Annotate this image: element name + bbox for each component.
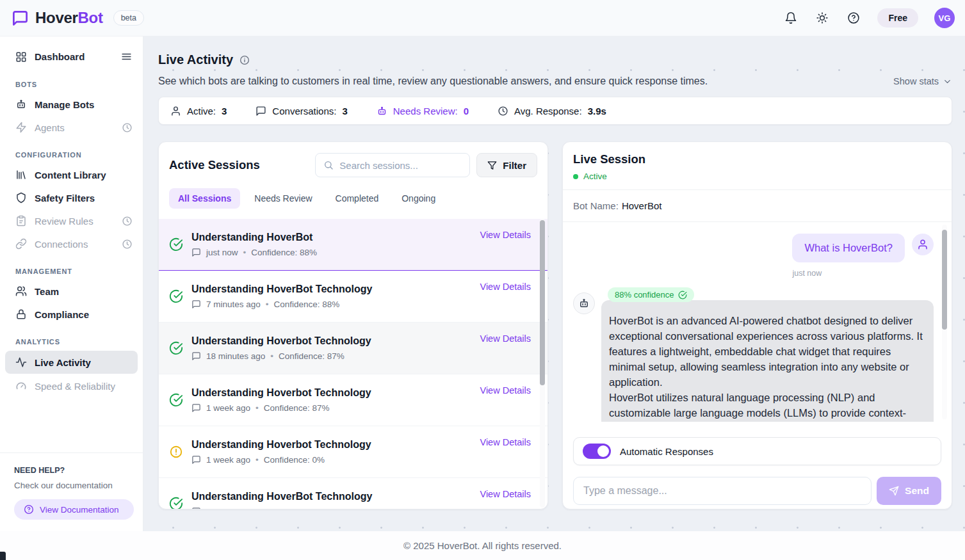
copyright-text: © 2025 HoverBot. All rights reserved. [403, 540, 562, 551]
sidebar-item-label: Content Library [35, 170, 106, 180]
send-button-label: Send [905, 485, 929, 497]
stat-value: 3.9s [588, 106, 606, 116]
main-content: Live Activity See which bots are talking… [143, 36, 965, 531]
zap-icon [15, 122, 27, 133]
meta-separator: • [270, 351, 273, 361]
chevron-down-icon [943, 77, 952, 86]
users-icon [15, 285, 27, 297]
session-time: 18 minutes ago [206, 351, 265, 361]
view-details-link[interactable]: View Details [480, 333, 531, 344]
bot-message-bubble: HoverBot is an advanced AI-powered chatb… [601, 300, 934, 422]
sessions-tab[interactable]: Ongoing [393, 188, 444, 209]
help-circle-icon[interactable] [846, 10, 861, 26]
search-icon [323, 160, 334, 170]
plan-badge[interactable]: Free [877, 8, 918, 28]
chat-scrollbar-thumb[interactable] [942, 230, 947, 330]
message-square-icon [191, 455, 201, 465]
shield-icon [15, 192, 27, 204]
stat-label: Needs Review: [393, 106, 458, 116]
stat-value: 3 [342, 106, 347, 116]
message-input[interactable] [573, 477, 872, 505]
session-list-item[interactable]: Understanding HoverBot Technology 1 week… [159, 478, 547, 509]
meta-separator: • [255, 507, 259, 509]
session-confidence: Confidence: 87% [279, 351, 345, 361]
status-warning-icon [169, 445, 183, 459]
user-message-bubble: What is HoverBot? [792, 234, 905, 262]
theme-sun-icon[interactable] [815, 10, 830, 26]
sessions-tab[interactable]: Completed [327, 188, 388, 209]
session-time: 7 minutes ago [206, 300, 261, 309]
view-documentation-button[interactable]: View Documentation [14, 499, 134, 520]
sidebar-item-dashboard[interactable]: Dashboard [0, 45, 143, 68]
status-label: Active [583, 172, 607, 181]
sidebar-help-section: NEED HELP? Check our documentation View … [0, 452, 143, 531]
user-avatar[interactable]: VG [934, 8, 955, 28]
session-list-item[interactable]: Understanding Hoverbot Technology 1 week… [159, 374, 547, 426]
session-list-item[interactable]: Understanding Hoverbot Technology 1 week… [159, 426, 547, 478]
stat-needs-review: Needs Review:0 [377, 106, 469, 116]
sidebar-item-review-rules: Review Rules [0, 209, 143, 232]
sidebar-item-safety-filters[interactable]: Safety Filters [0, 186, 143, 209]
sidebar-item-label: Compliance [35, 309, 89, 320]
session-list: Understanding HoverBot just now • Confid… [159, 219, 547, 509]
live-session-title: Live Session [573, 152, 941, 166]
coming-soon-clock-icon [122, 239, 133, 250]
stat-label: Active: [187, 106, 216, 116]
session-confidence: Confidence: 87% [264, 403, 330, 413]
session-list-item[interactable]: Understanding HoverBot just now • Confid… [159, 219, 547, 271]
view-details-link[interactable]: View Details [480, 437, 531, 447]
sidebar-item-label: Speed & Reliability [35, 381, 115, 392]
beta-badge: beta [113, 10, 144, 26]
session-list-item[interactable]: Understanding Hoverbot Technology 18 min… [159, 323, 547, 374]
sessions-tab[interactable]: Needs Review [245, 188, 321, 209]
session-time: 1 week ago [206, 455, 250, 465]
info-icon[interactable] [239, 55, 250, 65]
view-details-link[interactable]: View Details [480, 282, 531, 292]
filter-button[interactable]: Filter [476, 153, 537, 177]
sidebar-item-compliance[interactable]: Compliance [0, 303, 143, 326]
sidebar-item-manage-bots[interactable]: Manage Bots [0, 93, 143, 116]
session-confidence: Confidence: 88% [264, 507, 330, 509]
session-list-item[interactable]: Understanding HoverBot Technology 7 minu… [159, 271, 547, 323]
sidebar-item-content-library[interactable]: Content Library [0, 163, 143, 186]
page-description: See which bots are talking to customers … [158, 76, 708, 87]
robot-icon [15, 99, 27, 110]
send-button[interactable]: Send [877, 477, 941, 505]
session-list-scrollbar-thumb[interactable] [540, 220, 545, 385]
message-square-icon [255, 106, 266, 116]
sidebar-item-label: Live Activity [35, 357, 91, 368]
view-details-link[interactable]: View Details [480, 385, 531, 396]
view-details-link[interactable]: View Details [480, 230, 531, 240]
sidebar-section-configuration: CONFIGURATION [0, 139, 143, 163]
session-title: Understanding Hoverbot Technology [191, 439, 471, 451]
automatic-responses-toggle[interactable] [583, 444, 611, 459]
sidebar-item-label: Connections [35, 239, 88, 250]
confidence-badge-label: 88% confidence [615, 290, 674, 300]
session-meta: 18 minutes ago • Confidence: 87% [191, 351, 471, 361]
meta-separator: • [255, 455, 259, 465]
bot-message-paragraph: HoverBot utilizes natural language proce… [609, 390, 926, 422]
sidebar-item-live-activity[interactable]: Live Activity [5, 351, 138, 374]
session-time: just now [206, 248, 238, 257]
notifications-bell-icon[interactable] [783, 10, 799, 26]
chat-transcript: What is HoverBot? just now [563, 222, 952, 422]
sidebar-section-analytics: ANALYTICS [0, 326, 143, 350]
sessions-tab[interactable]: All Sessions [169, 188, 240, 209]
brand-logo[interactable]: HoverBot beta [12, 9, 144, 27]
collapse-menu-icon[interactable] [120, 51, 133, 63]
meta-separator: • [243, 248, 247, 257]
bot-name-label: Bot Name: [573, 200, 619, 211]
sidebar-item-label: Agents [35, 122, 65, 133]
user-chat-avatar [912, 234, 934, 255]
sidebar-item-team[interactable]: Team [0, 280, 143, 303]
help-button-label: View Documentation [40, 505, 119, 515]
status-check-icon [169, 289, 183, 303]
view-details-link[interactable]: View Details [480, 489, 531, 499]
show-stats-toggle[interactable]: Show stats [893, 76, 952, 86]
active-status-dot [573, 174, 578, 179]
session-meta: 1 week ago • Confidence: 88% [191, 507, 471, 509]
sidebar: Dashboard BOTS Manage Bots Agents CONFIG… [0, 36, 143, 531]
status-check-icon [169, 497, 183, 509]
brand-name: HoverBot [35, 9, 103, 27]
search-sessions-input[interactable] [339, 160, 462, 171]
